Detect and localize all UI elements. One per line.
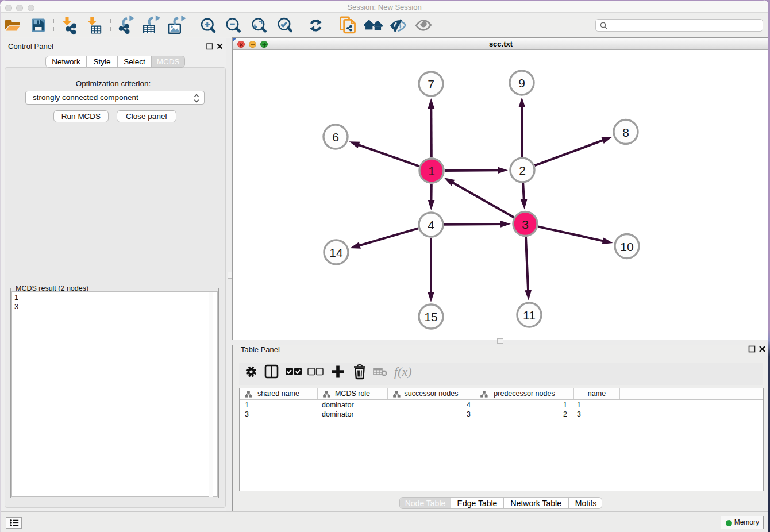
svg-text:11: 11 [523,309,536,322]
svg-text:6: 6 [332,130,339,144]
svg-text:1: 1 [428,164,435,178]
svg-text:8: 8 [622,126,629,139]
svg-text:14: 14 [329,246,343,259]
svg-text:10: 10 [620,240,633,253]
svg-text:9: 9 [518,76,525,90]
svg-text:4: 4 [428,218,434,232]
svg-text:3: 3 [522,218,529,231]
svg-text:7: 7 [428,78,434,91]
svg-text:2: 2 [519,164,526,177]
svg-text:15: 15 [424,310,437,323]
